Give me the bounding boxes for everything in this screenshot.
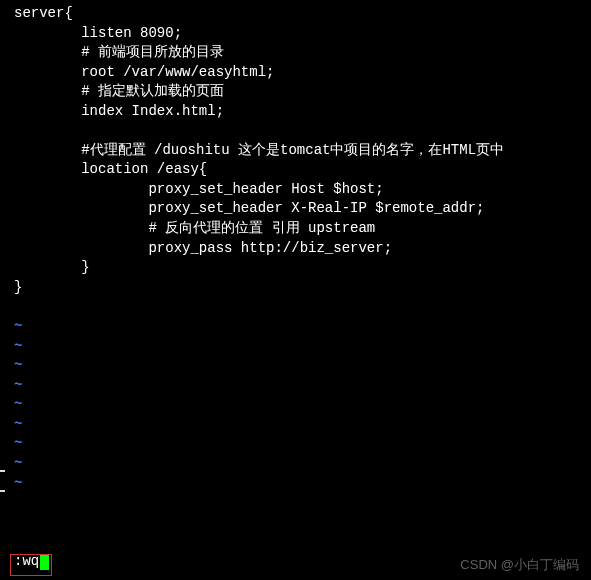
code-line: index Index.html; bbox=[14, 102, 591, 122]
code-line: location /easy{ bbox=[14, 160, 591, 180]
code-line: proxy_set_header X-Real-IP $remote_addr; bbox=[14, 199, 591, 219]
tilde-line: ~ bbox=[14, 337, 591, 357]
code-line: } bbox=[14, 278, 591, 298]
tilde-line: ~ bbox=[14, 415, 591, 435]
tilde-line: ~ bbox=[14, 317, 591, 337]
empty-line bbox=[14, 297, 591, 317]
code-line bbox=[14, 122, 591, 141]
tilde-line: ~ bbox=[14, 395, 591, 415]
tilde-line: ~ bbox=[14, 376, 591, 396]
code-line: proxy_pass http://biz_server; bbox=[14, 239, 591, 259]
code-line: # 前端项目所放的目录 bbox=[14, 43, 591, 63]
code-line: proxy_set_header Host $host; bbox=[14, 180, 591, 200]
tilde-line: ~ bbox=[14, 474, 591, 494]
code-line: # 指定默认加载的页面 bbox=[14, 82, 591, 102]
watermark-text: CSDN @小白丁编码 bbox=[460, 556, 579, 574]
left-margin-marks bbox=[0, 470, 6, 510]
tilde-line: ~ bbox=[14, 434, 591, 454]
command-text: :wq bbox=[14, 552, 39, 572]
vim-editor[interactable]: server{ listen 8090; # 前端项目所放的目录 root /v… bbox=[0, 0, 591, 580]
code-line: #代理配置 /duoshitu 这个是tomcat中项目的名字，在HTML页中 bbox=[14, 141, 591, 161]
vim-command-line[interactable]: :wq bbox=[14, 552, 49, 572]
tilde-line: ~ bbox=[14, 356, 591, 376]
code-line: listen 8090; bbox=[14, 24, 591, 44]
tilde-line: ~ bbox=[14, 454, 591, 474]
code-line: root /var/www/easyhtml; bbox=[14, 63, 591, 83]
cursor-icon bbox=[40, 554, 49, 570]
code-line: # 反向代理的位置 引用 upstream bbox=[14, 219, 591, 239]
code-line: } bbox=[14, 258, 591, 278]
code-line: server{ bbox=[14, 4, 591, 24]
